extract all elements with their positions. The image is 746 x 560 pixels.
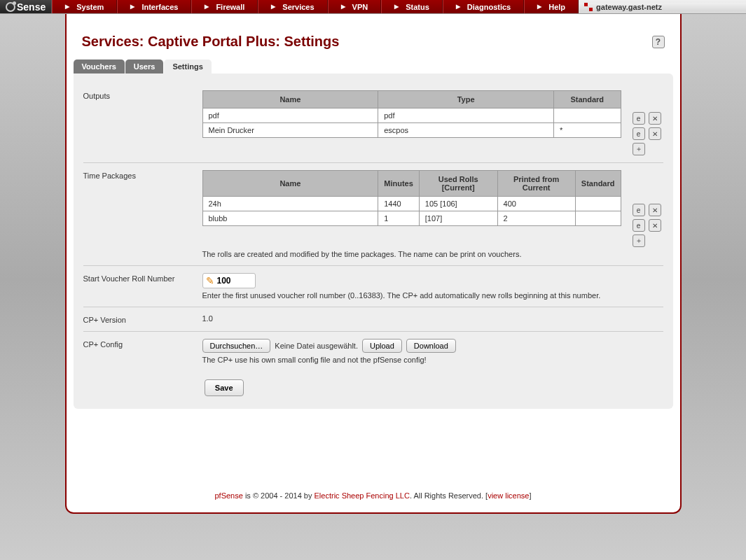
- nav-label: Interfaces: [141, 3, 178, 11]
- main-nav: ▶System ▶Interfaces ▶Firewall ▶Services …: [52, 0, 579, 13]
- footer-pfsense-link[interactable]: pfSense: [214, 491, 242, 500]
- cell-usedrolls: 105 [106]: [419, 197, 497, 211]
- hostname-bar: gateway.gast-netz: [579, 3, 746, 11]
- upload-button[interactable]: Upload: [362, 339, 402, 353]
- section-label: CP+ Config: [83, 339, 202, 349]
- cell-usedrolls: [107]: [419, 211, 497, 226]
- cell-printed: 400: [497, 197, 575, 211]
- footer-license-link[interactable]: view license: [488, 491, 529, 500]
- start-roll-field: ✎: [202, 273, 256, 288]
- tabs: Vouchers Users Settings: [67, 59, 680, 74]
- section-start-roll: Start Voucher Roll Number ✎ Enter the fi…: [83, 266, 663, 307]
- nav-diagnostics[interactable]: ▶Diagnostics: [443, 0, 524, 13]
- col-standard: Standard: [575, 171, 621, 197]
- cell-standard: [575, 211, 621, 226]
- tab-settings[interactable]: Settings: [164, 59, 211, 74]
- logo-icon: [6, 2, 15, 12]
- nav-label: Status: [406, 3, 429, 11]
- cell-minutes: 1440: [378, 197, 420, 211]
- nav-system[interactable]: ▶System: [52, 0, 117, 13]
- chevron-right-icon: ▶: [537, 4, 541, 10]
- config-hint: The CP+ use his own small config file an…: [202, 356, 663, 364]
- footer-text: ]: [529, 491, 531, 500]
- cell-name: pdf: [202, 108, 378, 123]
- delete-icon[interactable]: ✕: [649, 219, 661, 232]
- settings-panel: Outputs Name Type Standard pdf pdf: [74, 74, 673, 409]
- browse-button[interactable]: Durchsuchen…: [202, 339, 271, 353]
- version-value: 1.0: [202, 314, 663, 323]
- nav-label: Diagnostics: [467, 3, 511, 11]
- section-time-packages: Time Packages Name Minutes Used Rolls [C…: [83, 163, 663, 266]
- timepkg-table: Name Minutes Used Rolls [Current] Printe…: [202, 170, 621, 226]
- section-version: CP+ Version 1.0: [83, 307, 663, 332]
- table-row: pdf pdf: [202, 108, 621, 123]
- cell-name: blubb: [202, 211, 378, 226]
- footer-text: is © 2004 - 2014 by: [243, 491, 315, 500]
- cell-name: 24h: [202, 197, 378, 211]
- col-type: Type: [378, 91, 554, 108]
- tab-vouchers[interactable]: Vouchers: [74, 59, 125, 74]
- nav-interfaces[interactable]: ▶Interfaces: [117, 0, 191, 13]
- footer-text: . All Rights Reserved. [: [410, 491, 488, 500]
- topbar: Sense ▶System ▶Interfaces ▶Firewall ▶Ser…: [0, 0, 746, 14]
- network-icon: [584, 3, 593, 11]
- table-row: blubb 1 [107] 2: [202, 211, 621, 226]
- chevron-right-icon: ▶: [205, 4, 209, 10]
- col-standard: Standard: [553, 91, 621, 108]
- delete-icon[interactable]: ✕: [649, 127, 661, 140]
- file-chosen-label: Keine Datei ausgewählt.: [275, 342, 358, 350]
- cell-type: pdf: [378, 108, 554, 123]
- nav-help[interactable]: ▶Help: [524, 0, 579, 13]
- chevron-right-icon: ▶: [130, 4, 134, 10]
- cell-standard: [575, 197, 621, 211]
- start-roll-input[interactable]: [217, 276, 252, 286]
- add-icon[interactable]: ＋: [633, 143, 645, 155]
- tab-users[interactable]: Users: [125, 59, 164, 74]
- edit-icon[interactable]: e: [633, 219, 645, 232]
- delete-icon[interactable]: ✕: [649, 112, 661, 125]
- cell-standard: *: [553, 123, 621, 138]
- section-outputs: Outputs Name Type Standard pdf pdf: [83, 83, 663, 163]
- table-row: 24h 1440 105 [106] 400: [202, 197, 621, 211]
- nav-label: System: [76, 3, 104, 11]
- logo[interactable]: Sense: [0, 0, 52, 13]
- help-icon[interactable]: ?: [652, 36, 665, 48]
- delete-icon[interactable]: ✕: [649, 204, 661, 216]
- nav-label: Help: [548, 3, 565, 11]
- nav-label: VPN: [352, 3, 368, 11]
- col-usedrolls: Used Rolls [Current]: [419, 171, 497, 197]
- col-name: Name: [202, 91, 378, 108]
- download-button[interactable]: Download: [406, 339, 456, 353]
- col-name: Name: [202, 171, 378, 197]
- cell-type: escpos: [378, 123, 554, 138]
- pencil-icon: ✎: [206, 275, 214, 286]
- chevron-right-icon: ▶: [341, 4, 345, 10]
- edit-icon[interactable]: e: [633, 112, 645, 125]
- footer: pfSense is © 2004 - 2014 by Electric She…: [67, 479, 680, 512]
- nav-label: Services: [282, 3, 314, 11]
- start-roll-hint: Enter the first unused voucher roll numb…: [202, 291, 663, 300]
- timepkg-hint: The rolls are created and modified by th…: [202, 250, 663, 258]
- nav-firewall[interactable]: ▶Firewall: [191, 0, 258, 13]
- chevron-right-icon: ▶: [65, 4, 69, 10]
- col-printed: Printed from Current: [497, 171, 575, 197]
- page-title: Services: Captive Portal Plus: Settings: [82, 34, 340, 50]
- section-label: CP+ Version: [83, 314, 202, 324]
- nav-services[interactable]: ▶Services: [258, 0, 327, 13]
- save-button[interactable]: Save: [205, 379, 244, 396]
- chevron-right-icon: ▶: [271, 4, 275, 10]
- outputs-table: Name Type Standard pdf pdf Mein Drucker …: [202, 90, 621, 138]
- page-frame: Services: Captive Portal Plus: Settings …: [65, 14, 682, 514]
- nav-vpn[interactable]: ▶VPN: [328, 0, 382, 13]
- footer-company-link[interactable]: Electric Sheep Fencing LLC: [315, 491, 410, 500]
- hostname: gateway.gast-netz: [596, 3, 662, 11]
- edit-icon[interactable]: e: [633, 127, 645, 140]
- section-config: CP+ Config Durchsuchen… Keine Datei ausg…: [83, 332, 663, 371]
- nav-status[interactable]: ▶Status: [381, 0, 443, 13]
- section-label: Start Voucher Roll Number: [83, 273, 202, 283]
- cell-minutes: 1: [378, 211, 420, 226]
- edit-icon[interactable]: e: [633, 204, 645, 216]
- add-icon[interactable]: ＋: [633, 234, 645, 247]
- cell-name: Mein Drucker: [202, 123, 378, 138]
- col-minutes: Minutes: [378, 171, 420, 197]
